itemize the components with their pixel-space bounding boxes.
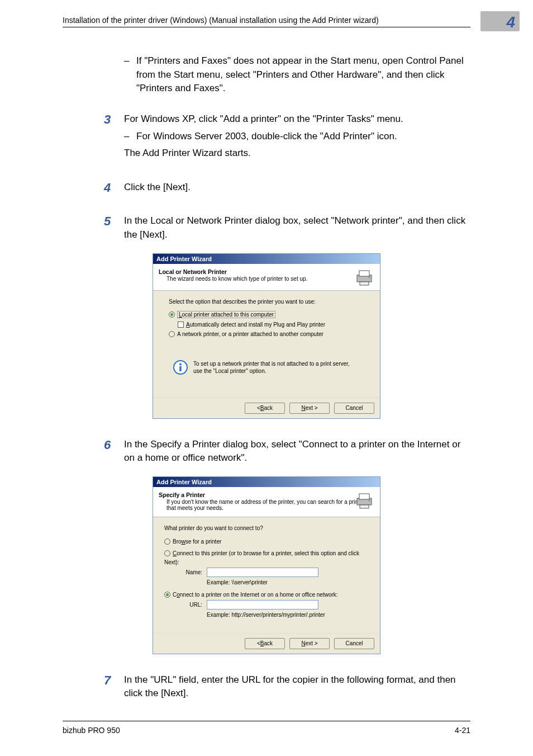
info-line-2: use the "Local printer" option. [193,367,350,375]
checkbox-auto-detect[interactable]: Automatically detect and install my Plug… [169,320,369,329]
wizard-body: Select the option that describes the pri… [153,291,380,398]
step-4-text: Click the [Next]. [124,181,470,195]
footer-page-number: 4-21 [455,726,470,735]
radio-connect-named[interactable]: Connect to this printer (or to browse fo… [164,549,369,566]
step-number: 3 [63,112,124,127]
info-icon [173,360,188,375]
step-3: 3 For Windows XP, click "Add a printer" … [63,112,470,164]
step-7-text: In the "URL" field, enter the URL for th… [124,673,470,701]
svg-rect-1 [359,271,369,276]
svg-rect-9 [360,505,369,508]
wizard-titlebar: Add Printer Wizard [153,477,380,487]
step-5-text: In the Local or Network Printer dialog b… [124,214,470,242]
step-number: 4 [63,181,124,195]
radio-icon [164,550,170,556]
wizard-prompt: Select the option that describes the pri… [169,297,369,306]
url-example: Example: http://server/printers/myprinte… [164,611,369,620]
radio-icon [164,538,170,545]
wizard-head-sub: If you don't know the name or address of… [159,499,374,511]
url-label: URL: [178,601,202,609]
radio-local-printer[interactable]: Local printer attached to this computer [169,310,369,319]
cancel-button[interactable]: Cancel [334,403,374,414]
svg-rect-2 [360,282,369,285]
back-button[interactable]: < BBackack [245,403,285,414]
step-7: 7 In the "URL" field, enter the URL for … [63,673,470,704]
wizard-head-sub: The wizard needs to know which type of p… [159,276,374,282]
printer-wizard-icon [354,490,374,511]
back-button[interactable]: < Back [245,638,285,649]
svg-rect-8 [359,494,369,499]
step-3-line2: The Add Printer Wizard starts. [124,147,470,160]
wizard-local-or-network: Add Printer Wizard Local or Network Prin… [153,253,380,419]
wizard-footer: < BBackack Next > Cancel [153,398,380,418]
radio-connect-internet[interactable]: Connect to a printer on the Internet or … [164,590,369,599]
wizard-specify-printer: Add Printer Wizard Specify a Printer If … [153,476,380,654]
step-3-sub: For Windows Server 2003, double-click th… [124,130,470,144]
name-example: Example: \\server\printer [164,578,369,587]
intro-bullet-block: If "Printers and Faxes" does not appear … [63,54,470,96]
step-5: 5 In the Local or Network Printer dialog… [63,214,470,245]
step-number: 5 [63,214,124,229]
intro-bullet-text: If "Printers and Faxes" does not appear … [124,54,470,96]
svg-point-5 [179,363,182,365]
printer-wizard-icon [354,267,374,287]
radio-icon [164,592,170,598]
name-field-row: Name: [164,568,369,577]
checkbox-icon [178,322,184,328]
wizard-body: What printer do you want to connect to? … [153,517,380,633]
step-6: 6 In the Specify a Printer dialog box, s… [63,438,470,469]
svg-point-3 [369,276,370,278]
radio-icon [169,331,175,337]
step-6-text: In the Specify a Printer dialog box, sel… [124,438,470,465]
page-header: Installation of the printer driver (Wind… [63,16,470,27]
step-number: 7 [63,673,124,688]
cancel-button[interactable]: Cancel [334,638,374,649]
step-number: 6 [63,438,124,452]
next-button[interactable]: Next > [289,403,330,414]
svg-point-10 [369,500,370,502]
page-footer: bizhub PRO 950 4-21 [63,721,470,735]
url-field-row: URL: [164,600,369,609]
wizard-head: Specify a Printer If you don't know the … [153,487,380,517]
radio-browse-printer[interactable]: Browse for a printer [164,537,369,546]
radio-network-printer[interactable]: A network printer, or a printer attached… [169,330,369,339]
name-label: Name: [178,568,202,577]
wizard-titlebar: Add Printer Wizard [153,254,380,264]
info-note: To set up a network printer that is not … [169,360,369,375]
wizard-head-title: Local or Network Printer [159,268,374,275]
url-field[interactable] [207,600,318,609]
step-4: 4 Click the [Next]. [63,181,470,198]
header-title: Installation of the printer driver (Wind… [63,16,379,25]
footer-product: bizhub PRO 950 [63,726,120,735]
name-field[interactable] [207,568,318,577]
chapter-number-tab: 4 [480,11,520,31]
svg-rect-6 [179,366,181,371]
info-line-1: To set up a network printer that is not … [193,360,350,368]
next-button[interactable]: Next > [289,638,330,649]
wizard-prompt: What printer do you want to connect to? [164,524,369,533]
wizard-head: Local or Network Printer The wizard need… [153,264,380,291]
wizard-footer: < Back Next > Cancel [153,633,380,654]
radio-icon [169,311,175,318]
wizard-head-title: Specify a Printer [159,492,374,498]
step-3-text: For Windows XP, click "Add a printer" on… [124,112,470,126]
